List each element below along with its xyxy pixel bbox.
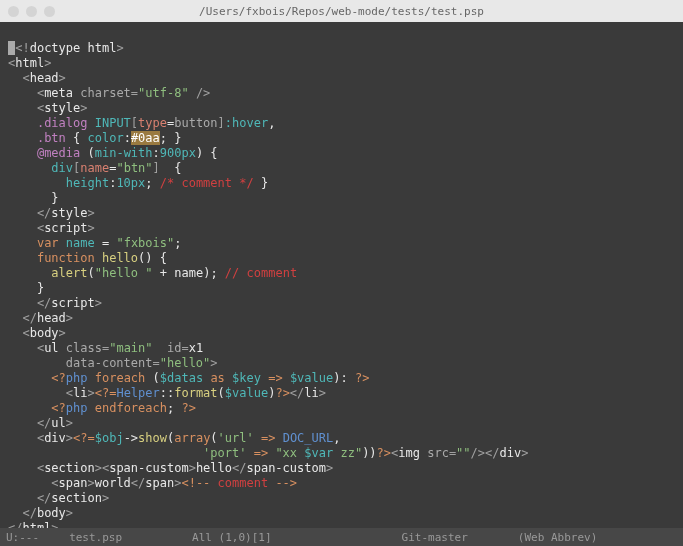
window-title: /Users/fxbois/Repos/web-mode/tests/test.… bbox=[8, 5, 675, 18]
status-position: All (1,0)[1] bbox=[192, 531, 271, 544]
titlebar[interactable]: /Users/fxbois/Repos/web-mode/tests/test.… bbox=[0, 0, 683, 22]
status-left: U:--- bbox=[6, 531, 39, 544]
status-mode: (Web Abbrev) bbox=[518, 531, 597, 544]
close-icon[interactable] bbox=[8, 6, 19, 17]
status-filename: test.psp bbox=[69, 531, 122, 544]
status-vcs: Git-master bbox=[402, 531, 468, 544]
code-editor[interactable]: <!doctype html> <html> <head> <meta char… bbox=[0, 22, 683, 528]
minimize-icon[interactable] bbox=[26, 6, 37, 17]
traffic-lights bbox=[8, 6, 55, 17]
statusbar: U:--- test.psp All (1,0)[1] Git-master (… bbox=[0, 528, 683, 546]
zoom-icon[interactable] bbox=[44, 6, 55, 17]
